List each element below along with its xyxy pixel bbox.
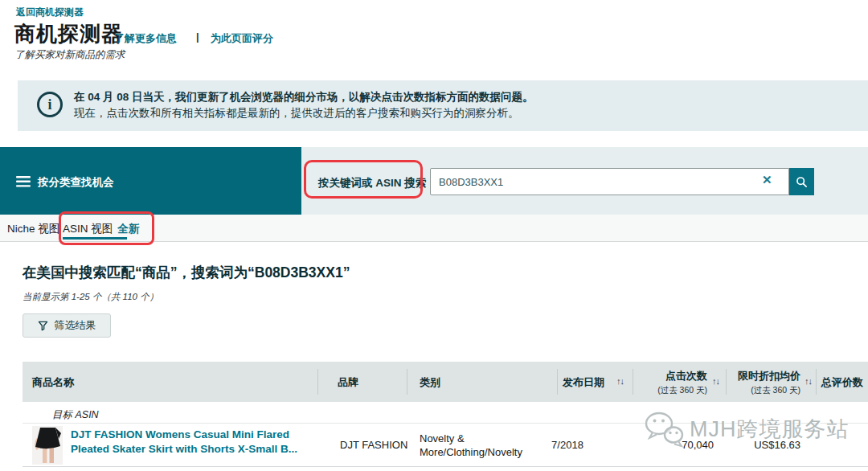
- search-input[interactable]: [430, 168, 789, 195]
- col-price-label: 限时折扣均价: [728, 369, 800, 383]
- col-launch-date[interactable]: 发布日期: [563, 375, 604, 390]
- product-thumbnail[interactable]: [32, 426, 63, 465]
- column-separator: [816, 369, 817, 395]
- group-row-target-asin: 目标 ASIN: [23, 402, 868, 424]
- filter-results-button[interactable]: 筛选结果: [23, 313, 111, 338]
- results-heading: 在美国中搜索匹配“商品”，搜索词为“B08D3B3XX1”: [23, 263, 350, 282]
- banner-text: 在 04 月 08 日当天，我们更新了机会浏览器的细分市场，以解决点击次数指标方…: [74, 89, 534, 121]
- column-separator: [317, 369, 318, 395]
- product-clicks: 70,040: [633, 439, 714, 451]
- hamburger-menu-icon[interactable]: [16, 176, 31, 190]
- filter-icon: [38, 321, 48, 331]
- filter-label: 筛选结果: [55, 318, 96, 333]
- col-product-name: 商品名称: [32, 375, 74, 390]
- learn-more-link[interactable]: 了解更多信息: [114, 31, 177, 46]
- banner-line-2: 现在，点击次数和所有相关指标都是最新的，提供改进后的客户搜索和购买行为的洞察分析…: [74, 105, 534, 121]
- tab-asin-view[interactable]: ASIN 视图全新: [63, 222, 139, 236]
- col-price-sub: (过去 360 天): [728, 385, 800, 396]
- search-icon: [796, 176, 808, 188]
- rate-page-link[interactable]: 为此页面评分: [211, 31, 273, 46]
- col-brand: 品牌: [338, 375, 358, 390]
- active-tab-underline: [63, 237, 127, 240]
- info-icon-glyph: i: [47, 97, 51, 112]
- tab-asin-label: ASIN 视图: [63, 223, 113, 235]
- product-avg-deal-price: US$16.63: [730, 439, 800, 451]
- target-asin-label: 目标 ASIN: [52, 408, 99, 422]
- product-brand: DJT FASHION: [340, 439, 407, 451]
- banner-line-1: 在 04 月 08 日当天，我们更新了机会浏览器的细分市场，以解决点击次数指标方…: [74, 89, 534, 105]
- col-clicks[interactable]: 点击次数 (过去 360 天): [633, 369, 707, 396]
- column-separator: [407, 369, 407, 395]
- sort-icon-clicks[interactable]: ↑↓: [712, 376, 719, 386]
- table-header: 商品名称 品牌 类别 发布日期 ↑↓ 点击次数 (过去 360 天) ↑↓ 限时…: [23, 362, 868, 402]
- tab-niche-view[interactable]: Niche 视图: [7, 222, 59, 236]
- column-separator: [557, 369, 558, 395]
- search-by-keyword-label: 按关键词或 ASIN 搜索: [318, 176, 426, 190]
- clear-search-icon[interactable]: ✕: [762, 174, 772, 186]
- tab-asin-new-badge: 全新: [117, 223, 139, 235]
- back-link[interactable]: 返回商机探测器: [16, 6, 84, 19]
- product-name-link[interactable]: DJT FASHION Womens Casual Mini Flared Pl…: [71, 428, 330, 457]
- table-row: DJT FASHION Womens Casual Mini Flared Pl…: [23, 424, 868, 467]
- page-title: 商机探测器: [14, 20, 123, 48]
- sort-icon-launch-date[interactable]: ↑↓: [616, 376, 624, 386]
- nav-band: 按分类查找机会 按关键词或 ASIN 搜索 ✕: [0, 147, 868, 215]
- col-clicks-sub: (过去 360 天): [633, 385, 707, 396]
- browse-by-category-label[interactable]: 按分类查找机会: [38, 175, 114, 190]
- col-total-reviews: 总评价数: [821, 375, 868, 390]
- column-separator: [726, 369, 727, 395]
- opportunity-explorer-page: 返回商机探测器 商机探测器 了解更多信息 | 为此页面评分 了解买家对新商品的需…: [0, 0, 868, 471]
- update-banner: i 在 04 月 08 日当天，我们更新了机会浏览器的细分市场，以解决点击次数指…: [18, 80, 868, 131]
- page-subtitle: 了解买家对新商品的需求: [14, 48, 125, 62]
- results-count: 当前显示第 1-25 个（共 110 个）: [23, 291, 158, 303]
- search-button[interactable]: [789, 168, 814, 195]
- col-category: 类别: [420, 375, 440, 390]
- col-clicks-label: 点击次数: [633, 369, 707, 383]
- product-launch-date: 7/2018: [530, 439, 604, 451]
- view-tabs: Niche 视图 ASIN 视图全新: [0, 215, 868, 242]
- info-icon: i: [37, 92, 63, 117]
- sort-icon-price[interactable]: ↑↓: [805, 376, 812, 386]
- col-avg-deal-price[interactable]: 限时折扣均价 (过去 360 天): [728, 369, 800, 396]
- link-divider: |: [196, 31, 199, 43]
